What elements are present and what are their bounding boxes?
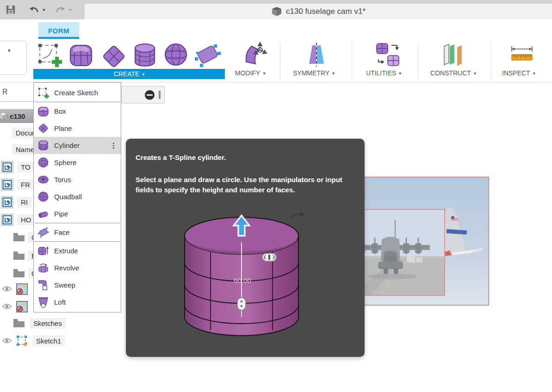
menu-item-torus[interactable]: Torus xyxy=(34,171,121,188)
construct-icon[interactable] xyxy=(440,42,465,67)
tab-form[interactable]: FORM xyxy=(38,22,79,39)
menu-item-label: Sweep xyxy=(54,281,75,289)
menu-item-label: Pipe xyxy=(54,210,68,218)
quick-access-toolbar: ▾ ▾ xyxy=(0,0,85,19)
menu-item-label: Plane xyxy=(54,124,72,132)
torus-icon xyxy=(37,174,49,185)
modify-icon[interactable] xyxy=(242,42,267,67)
sphere-icon[interactable] xyxy=(163,42,189,67)
menu-item-label: Cylinder xyxy=(54,141,80,149)
menu-item-pipe[interactable]: Pipe xyxy=(34,205,121,222)
cylinder-icon[interactable] xyxy=(131,42,158,68)
inspect-icon[interactable] xyxy=(510,44,534,65)
tooltip-body: Select a plane and draw a circle. Use th… xyxy=(136,175,360,195)
app-window: ▾ ▾ c130 fuselage cam v1* FORM xyxy=(0,0,552,392)
inspect-group-button[interactable]: INSPECT ▾ xyxy=(502,69,535,77)
toolbar-divider xyxy=(352,43,352,80)
menu-item-box[interactable]: Box xyxy=(34,103,121,120)
workspace-selector[interactable]: ▾ xyxy=(0,41,27,75)
modify-group-button[interactable]: MODIFY ▾ xyxy=(235,69,265,77)
dialog-grip[interactable] xyxy=(159,91,161,99)
modify-label: MODIFY xyxy=(235,69,260,77)
menu-item-label: Loft xyxy=(54,298,66,306)
browser-row-sketch1[interactable]: Sketch1 xyxy=(2,334,65,348)
cylinder-tooltip: Creates a T-Spline cylinder. Select a pl… xyxy=(126,139,365,357)
kebab-menu-icon[interactable]: ⋮ xyxy=(110,141,117,150)
menu-item-plane[interactable]: Plane xyxy=(34,120,121,137)
pipe-icon xyxy=(37,208,49,220)
browser-row-view-right[interactable]: RI xyxy=(1,195,31,209)
redo-icon[interactable] xyxy=(55,5,67,15)
revolve-icon xyxy=(37,262,49,274)
menu-item-extrude[interactable]: Extrude xyxy=(34,242,121,259)
workspace-caret-icon: ▾ xyxy=(8,48,11,54)
eye-icon xyxy=(2,337,12,344)
cylinder-illustration: 60.00 xyxy=(170,207,313,351)
minus-circle-icon[interactable] xyxy=(145,90,155,100)
browser-row-canvas[interactable] xyxy=(2,300,28,313)
folder-icon xyxy=(13,268,25,278)
symmetry-label: SYMMETRY xyxy=(293,69,329,77)
symmetry-icon[interactable] xyxy=(304,42,329,67)
browser-row-view-front[interactable]: FR xyxy=(1,178,34,191)
toolbar-divider xyxy=(280,43,280,80)
toolbar-divider xyxy=(491,43,492,80)
face-icon xyxy=(37,227,49,238)
undo-icon[interactable] xyxy=(28,5,40,15)
box-icon xyxy=(37,105,49,117)
browser-row-canvas[interactable] xyxy=(2,282,28,296)
menu-item-sphere[interactable]: Sphere xyxy=(34,154,121,171)
plane-icon[interactable] xyxy=(102,44,126,68)
menu-item-sweep[interactable]: Sweep xyxy=(34,276,121,294)
browser-row-sketches-folder[interactable]: Sketches xyxy=(13,316,66,330)
browser-row-label: HO xyxy=(17,214,35,225)
folder-icon xyxy=(13,232,25,242)
menu-item-label: Quadball xyxy=(54,193,82,201)
menu-item-quadball[interactable]: Quadball xyxy=(34,188,121,205)
named-view-icon xyxy=(1,178,13,191)
construct-group-button[interactable]: CONSTRUCT ▾ xyxy=(430,69,476,77)
menu-item-label: Revolve xyxy=(54,264,79,272)
named-view-icon xyxy=(1,196,13,208)
symmetry-group-button[interactable]: SYMMETRY ▾ xyxy=(293,69,335,77)
canvas-image-icon xyxy=(16,301,28,312)
ribbon-toolbar: CREATE ▾ MODIFY ▾ SY xyxy=(0,39,552,82)
create-sketch-icon[interactable] xyxy=(36,42,63,68)
symmetry-caret-icon: ▾ xyxy=(332,71,335,76)
utilities-caret-icon: ▾ xyxy=(399,71,401,76)
menu-separator xyxy=(35,241,120,242)
extrude-icon xyxy=(37,245,49,257)
create-group-label: CREATE xyxy=(114,70,140,78)
menu-item-create-sketch[interactable]: Create Sketch xyxy=(34,84,121,101)
browser-row-document[interactable]: c130 xyxy=(0,109,33,123)
save-icon[interactable] xyxy=(6,5,16,15)
create-group-button[interactable]: CREATE ▾ xyxy=(33,69,225,79)
eye-icon xyxy=(2,285,12,293)
menu-item-cylinder[interactable]: Cylinder ⋮ xyxy=(34,137,121,154)
modify-caret-icon: ▾ xyxy=(263,71,265,76)
browser-row-label: FR xyxy=(17,179,34,190)
construct-label: CONSTRUCT xyxy=(430,69,471,77)
utilities-group-button[interactable]: UTILITIES ▾ xyxy=(366,69,401,77)
menu-item-loft[interactable]: Loft xyxy=(34,294,121,311)
menu-item-revolve[interactable]: Revolve xyxy=(34,259,121,276)
menu-item-label: Sphere xyxy=(54,159,76,166)
create-sketch-icon xyxy=(37,87,49,98)
redo-caret-icon[interactable]: ▾ xyxy=(69,7,72,13)
dimension-label: 60.00 xyxy=(234,276,251,284)
create-dropdown-menu: Create Sketch Box Plane xyxy=(33,82,121,312)
face-icon[interactable] xyxy=(193,42,222,68)
tab-form-label: FORM xyxy=(48,27,69,35)
box-icon[interactable] xyxy=(68,42,94,68)
sweep-icon xyxy=(37,279,49,291)
browser-row-view-top[interactable]: TO xyxy=(1,160,34,174)
loft-icon xyxy=(37,296,49,308)
menu-item-face[interactable]: Face xyxy=(34,224,121,241)
folder-icon xyxy=(13,318,25,328)
browser-row-view-home[interactable]: HO xyxy=(1,213,35,227)
inspect-label: INSPECT xyxy=(502,69,530,77)
sphere-icon xyxy=(37,157,49,168)
undo-caret-icon[interactable]: ▾ xyxy=(43,7,45,13)
utilities-icon[interactable] xyxy=(374,42,401,67)
quadball-icon xyxy=(37,191,49,202)
